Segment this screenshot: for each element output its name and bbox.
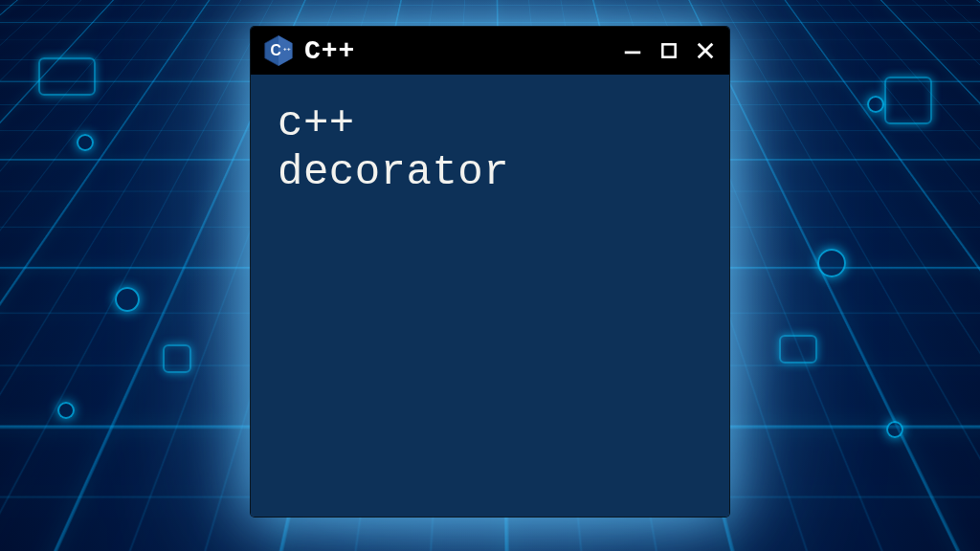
body-text: c++ decorator: [278, 99, 702, 196]
window-controls: [620, 38, 718, 63]
minimize-button[interactable]: [620, 38, 645, 63]
window-body: c++ decorator: [251, 75, 729, 517]
cpp-logo-icon: C + +: [262, 36, 295, 65]
svg-text:+: +: [287, 45, 291, 52]
svg-text:C: C: [271, 42, 281, 58]
maximize-button[interactable]: [657, 38, 681, 63]
svg-text:+: +: [283, 45, 287, 52]
close-button[interactable]: [693, 38, 718, 63]
window-title: C++: [304, 36, 355, 66]
titlebar[interactable]: C + + C++: [251, 27, 729, 75]
app-window: C + + C++: [251, 27, 729, 517]
svg-rect-6: [662, 44, 675, 56]
